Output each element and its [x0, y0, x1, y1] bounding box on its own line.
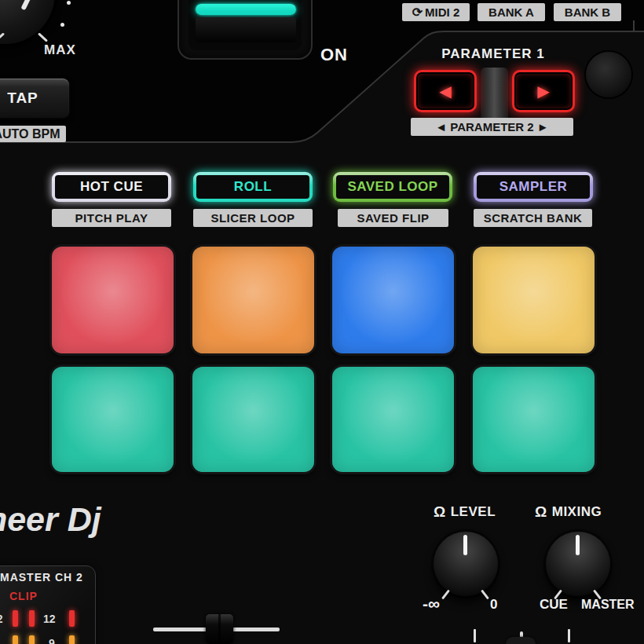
- knob-scale-dot: [60, 23, 64, 27]
- cue-label: CUE: [540, 597, 568, 613]
- performance-pad-6[interactable]: [192, 367, 314, 472]
- meter-led-orange: [13, 635, 18, 644]
- level-min-label: -∞: [423, 595, 440, 613]
- mixing-knob-pointer: [576, 535, 580, 555]
- meter-scale-12-right: 12: [43, 613, 56, 625]
- sampler-label: SAMPLER: [499, 179, 568, 195]
- left-arrow-icon: ◀: [439, 82, 451, 101]
- hot-cue-mode-button[interactable]: HOT CUE: [52, 172, 171, 202]
- saved-flip-label: SAVED FLIP: [338, 209, 448, 227]
- parameter-left-button[interactable]: ◀: [414, 70, 477, 112]
- headphone-level-label: Ω LEVEL: [434, 503, 496, 521]
- meter-led-red: [13, 610, 18, 627]
- performance-pad-3[interactable]: [332, 247, 454, 353]
- panel-screw: [586, 52, 631, 97]
- performance-pad-8[interactable]: [473, 367, 595, 472]
- parameter2-label: ◄ PARAMETER 2 ►: [411, 118, 573, 136]
- roll-label: ROLL: [234, 179, 272, 195]
- level-max-label: 0: [490, 597, 497, 613]
- bottom-knob-tick: [568, 629, 570, 642]
- performance-pad-1[interactable]: [52, 247, 174, 353]
- on-label: ON: [320, 45, 348, 65]
- right-arrow-icon: ▶: [537, 82, 549, 101]
- auto-bpm-label: AUTO BPM: [0, 126, 66, 142]
- knob-scale-dot: [67, 1, 71, 5]
- headphone-mixing-knob[interactable]: [546, 532, 610, 596]
- performance-pad-2[interactable]: [192, 247, 314, 353]
- midi-sync-icon: ⟳: [412, 5, 423, 20]
- bottom-knob-top[interactable]: [506, 637, 536, 644]
- performance-pad-7[interactable]: [332, 367, 454, 472]
- meter-led-red: [69, 610, 75, 627]
- scratch-bank-label: SCRATCH BANK: [474, 209, 592, 227]
- bank-b-label: BANK B: [554, 3, 621, 21]
- meter-led-red: [29, 610, 35, 627]
- parameter-right-button[interactable]: ▶: [512, 70, 575, 112]
- tap-button[interactable]: TAP: [0, 77, 71, 119]
- bank-a-label: BANK A: [478, 3, 545, 21]
- headphone-level-knob[interactable]: [434, 532, 498, 596]
- dj-mixer-panel: MAX TAP AUTO BPM ON ⟳ MIDI 2 BANK A BANK…: [0, 0, 644, 644]
- meter-led-orange: [29, 635, 35, 644]
- tap-button-label: TAP: [7, 90, 38, 107]
- saved-loop-label: SAVED LOOP: [347, 179, 437, 195]
- max-label: MAX: [44, 42, 76, 58]
- hot-cue-label: HOT CUE: [80, 179, 143, 195]
- meter-header: MASTER CH 2: [0, 571, 83, 584]
- fx-paddle-groove: [196, 17, 296, 42]
- brand-logo: Pioneer Dj: [0, 500, 101, 539]
- pitch-play-label: PITCH PLAY: [52, 209, 171, 227]
- headphone-mixing-label: Ω MIXING: [535, 503, 602, 521]
- crossfader-handle[interactable]: [206, 614, 233, 644]
- performance-pad-4[interactable]: [473, 247, 595, 353]
- headphones-icon: Ω: [434, 503, 446, 521]
- midi2-label: ⟳ MIDI 2: [402, 3, 470, 21]
- parameter1-title: PARAMETER 1: [416, 46, 570, 62]
- meter-scale-12-left: 12: [0, 613, 3, 625]
- headphones-icon: Ω: [535, 503, 547, 521]
- meter-scale-9: 9: [49, 637, 55, 644]
- fx-paddle-light: [196, 4, 296, 15]
- slicer-loop-label: SLICER LOOP: [193, 209, 313, 227]
- meter-led-orange: [69, 635, 75, 644]
- sampler-mode-button[interactable]: SAMPLER: [474, 172, 593, 202]
- clip-label: CLIP: [9, 590, 38, 602]
- master-label: MASTER: [581, 598, 635, 612]
- performance-pad-5[interactable]: [52, 367, 174, 472]
- parameter-strip: [481, 68, 508, 126]
- level-knob-pointer: [463, 535, 467, 555]
- saved-loop-mode-button[interactable]: SAVED LOOP: [333, 172, 452, 202]
- bottom-knob-tick: [474, 629, 476, 642]
- roll-mode-button[interactable]: ROLL: [193, 172, 313, 202]
